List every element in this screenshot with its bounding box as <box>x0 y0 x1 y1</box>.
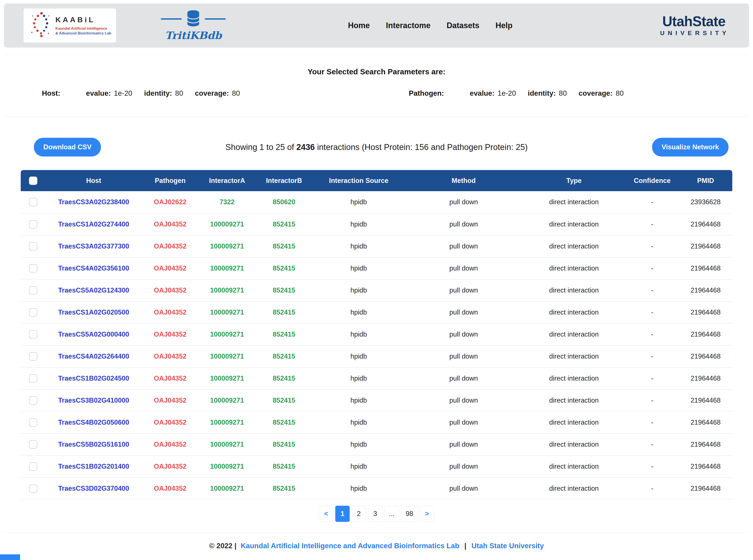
table-header: Host Pathogen InteractorA InteractorB In… <box>21 170 732 191</box>
pagination-prev[interactable]: < <box>319 506 333 522</box>
method-value: pull down <box>405 235 522 257</box>
row-checkbox[interactable] <box>29 330 37 339</box>
interactor-a-value: 100009271 <box>198 235 255 257</box>
row-checkbox[interactable] <box>29 396 37 405</box>
pmid-value: 21964468 <box>679 301 732 323</box>
host-link[interactable]: TraesCS1B02G024500 <box>45 367 141 389</box>
utah-state-logo[interactable]: UtahState UNIVERSITY <box>658 14 730 37</box>
confidence-value: - <box>625 411 679 433</box>
interactor-b-value: 852415 <box>255 279 312 301</box>
university-link[interactable]: Utah State University <box>471 542 544 550</box>
tritikbdb-logo[interactable]: TritiKBdb <box>161 10 226 41</box>
nav-home[interactable]: Home <box>348 21 370 30</box>
lab-link[interactable]: Kaundal Artificial Intelligence and Adva… <box>240 542 459 550</box>
kaabil-subtitle-2: & Advanced Bioinformatics Lab <box>55 31 111 36</box>
interaction-source-value: hpidb <box>312 279 405 301</box>
pmid-value: 21964468 <box>679 389 732 411</box>
pagination-page-2[interactable]: 2 <box>352 506 366 522</box>
host-link[interactable]: TraesCS4A02G356100 <box>45 257 141 279</box>
host-link[interactable]: TraesCS3B02G410000 <box>45 389 141 411</box>
method-value: pull down <box>405 345 522 367</box>
row-checkbox-cell <box>21 257 45 279</box>
interactor-a-value: 100009271 <box>198 455 255 477</box>
host-link[interactable]: TraesCS5A02G000400 <box>45 323 141 345</box>
row-checkbox[interactable] <box>29 352 37 361</box>
row-checkbox[interactable] <box>29 264 37 273</box>
confidence-value: - <box>625 455 679 477</box>
kaabil-logo-text: KAABiL Kaundal Artificial intelligence &… <box>55 16 111 36</box>
interactor-a-value: 100009271 <box>198 345 255 367</box>
interactor-b-value: 852415 <box>255 213 312 235</box>
host-link[interactable]: TraesCS5A02G124300 <box>45 279 141 301</box>
download-csv-button[interactable]: Download CSV <box>34 138 101 157</box>
table-row: TraesCS1B02G201400 OAJ04352 100009271 85… <box>21 455 732 477</box>
host-link[interactable]: TraesCS5B02G516100 <box>45 433 141 455</box>
method-value: pull down <box>405 323 522 345</box>
row-checkbox[interactable] <box>29 220 37 228</box>
header-checkbox-cell <box>21 170 45 191</box>
main-nav: Home Interactome Datasets Help <box>348 21 513 30</box>
pathogen-id: OAJ04352 <box>142 477 199 499</box>
host-link[interactable]: TraesCS4B02G050600 <box>45 411 141 433</box>
header-pmid: PMID <box>679 170 732 191</box>
table-row: TraesCS5A02G124300 OAJ04352 100009271 85… <box>21 279 732 301</box>
interaction-source-value: hpidb <box>312 433 405 455</box>
pagination-page-98[interactable]: 98 <box>401 506 418 522</box>
row-checkbox[interactable] <box>29 308 37 317</box>
host-link[interactable]: TraesCS1B02G201400 <box>45 455 141 477</box>
pagination-page-1[interactable]: 1 <box>335 506 350 522</box>
row-checkbox[interactable] <box>29 440 37 448</box>
row-checkbox[interactable] <box>29 242 37 251</box>
pagination-page-3[interactable]: 3 <box>368 506 382 522</box>
results-summary: Showing 1 to 25 of 2436 interactions (Ho… <box>101 143 652 152</box>
header-interactor-a: InteractorA <box>198 170 255 191</box>
table-row: TraesCS1A02G020500 OAJ04352 100009271 85… <box>21 301 732 323</box>
table-row: TraesCS3A02G377300 OAJ04352 100009271 85… <box>21 235 732 257</box>
interactor-a-value: 7322 <box>198 191 255 213</box>
type-value: direct interaction <box>522 433 625 455</box>
host-link[interactable]: TraesCS3A02G238400 <box>45 191 141 213</box>
host-link[interactable]: TraesCS4A02G264400 <box>45 345 141 367</box>
kaabil-logo[interactable]: KAABiL Kaundal Artificial intelligence &… <box>23 8 116 42</box>
row-checkbox[interactable] <box>29 462 37 471</box>
host-link[interactable]: TraesCS3D02G370400 <box>45 477 141 499</box>
visualize-network-button[interactable]: Visualize Network <box>652 138 729 157</box>
nav-interactome[interactable]: Interactome <box>386 21 430 30</box>
results-bar: Download CSV Showing 1 to 25 of 2436 int… <box>0 138 753 157</box>
pathogen-parameters: Pathogen: evalue:1e-20 identity:80 cover… <box>376 89 749 97</box>
host-evalue: evalue:1e-20 <box>86 89 132 97</box>
host-link[interactable]: TraesCS1A02G020500 <box>45 301 141 323</box>
interaction-source-value: hpidb <box>312 477 405 499</box>
row-checkbox[interactable] <box>29 418 37 426</box>
top-navbar: KAABiL Kaundal Artificial intelligence &… <box>4 3 749 47</box>
database-icon <box>186 10 200 28</box>
pathogen-id: OAJ04352 <box>142 389 199 411</box>
pagination-next[interactable]: > <box>420 506 434 522</box>
row-checkbox[interactable] <box>29 374 37 383</box>
host-link[interactable]: TraesCS1A02G274400 <box>45 213 141 235</box>
interaction-source-value: hpidb <box>312 367 405 389</box>
table-row: TraesCS1B02G024500 OAJ04352 100009271 85… <box>21 367 732 389</box>
host-link[interactable]: TraesCS3A02G377300 <box>45 235 141 257</box>
nav-help[interactable]: Help <box>496 21 513 30</box>
interactor-a-value: 100009271 <box>198 411 255 433</box>
pmid-value: 21964468 <box>679 235 732 257</box>
search-parameters-row: Host: evalue:1e-20 identity:80 coverage:… <box>4 89 749 97</box>
row-checkbox[interactable] <box>29 286 37 295</box>
row-checkbox[interactable] <box>29 198 37 206</box>
table-row: TraesCS3B02G410000 OAJ04352 100009271 85… <box>21 389 732 411</box>
select-all-checkbox[interactable] <box>29 177 37 185</box>
interactor-a-value: 100009271 <box>198 477 255 499</box>
table-body: TraesCS3A02G238400 OAJ02622 7322 850620 … <box>21 191 732 499</box>
nav-datasets[interactable]: Datasets <box>446 21 479 30</box>
row-checkbox-cell <box>21 389 45 411</box>
interactor-a-value: 100009271 <box>198 433 255 455</box>
header-host: Host <box>45 170 141 191</box>
method-value: pull down <box>405 367 522 389</box>
row-checkbox-cell <box>21 433 45 455</box>
interactor-a-value: 100009271 <box>198 323 255 345</box>
interaction-source-value: hpidb <box>312 301 405 323</box>
row-checkbox[interactable] <box>29 484 37 493</box>
pathogen-id: OAJ04352 <box>142 235 199 257</box>
interaction-source-value: hpidb <box>312 345 405 367</box>
